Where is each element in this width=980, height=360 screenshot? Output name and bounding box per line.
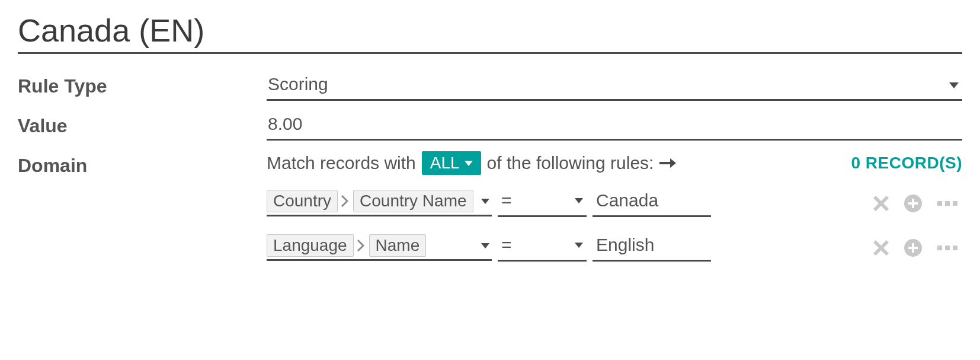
svg-rect-9 — [937, 246, 942, 250]
domain-rule-row: Language Name = — [267, 234, 962, 262]
ellipsis-icon — [937, 245, 957, 251]
value-label: Value — [18, 111, 267, 137]
rule-value-text: Canada — [596, 190, 658, 211]
ellipsis-icon — [937, 200, 957, 206]
rule-operator-value: = — [501, 190, 512, 211]
add-rule-button[interactable] — [904, 195, 922, 212]
rule-field-chip: Country — [267, 190, 338, 212]
chevron-right-icon — [341, 195, 350, 207]
svg-rect-11 — [953, 246, 957, 250]
rule-value-text: English — [596, 235, 654, 255]
domain-match-pre-text: Match records with — [267, 153, 416, 173]
rule-type-value: Scoring — [267, 72, 962, 99]
rule-operator-select[interactable]: = — [498, 189, 587, 217]
rule-field-chip: Country Name — [353, 190, 473, 212]
delete-rule-button[interactable] — [873, 196, 889, 211]
rule-value-select[interactable]: English — [593, 234, 711, 262]
rule-operator-value: = — [501, 235, 512, 255]
caret-down-icon — [465, 161, 473, 166]
caret-down-icon — [481, 196, 492, 206]
rule-operator-select[interactable]: = — [498, 234, 587, 262]
svg-rect-2 — [908, 202, 918, 205]
chevron-right-icon — [357, 240, 366, 251]
svg-rect-8 — [908, 247, 918, 249]
rule-field-chip: Language — [267, 234, 354, 257]
rule-field-select[interactable]: Country Country Name — [267, 190, 492, 216]
rule-field-select[interactable]: Language Name — [267, 234, 492, 261]
svg-rect-3 — [937, 201, 942, 206]
delete-rule-button[interactable] — [873, 240, 889, 256]
plus-circle-icon — [904, 195, 922, 212]
domain-label: Domain — [18, 151, 267, 177]
caret-down-icon — [949, 82, 959, 88]
domain-match-post-text: of the following rules: — [487, 153, 654, 173]
add-rule-button[interactable] — [904, 239, 922, 257]
rule-type-select[interactable]: Scoring — [267, 72, 962, 101]
close-icon — [873, 196, 889, 211]
rule-field-chip: Name — [369, 234, 427, 257]
more-rule-button[interactable] — [937, 200, 957, 206]
plus-circle-icon — [904, 239, 922, 257]
svg-rect-4 — [945, 201, 950, 206]
arrow-right-icon — [659, 156, 676, 170]
rule-value-select[interactable]: Canada — [593, 189, 711, 217]
rule-type-label: Rule Type — [18, 72, 267, 97]
match-mode-value: ALL — [430, 154, 460, 173]
value-input[interactable] — [267, 111, 962, 141]
caret-down-icon — [481, 240, 492, 251]
more-rule-button[interactable] — [937, 245, 957, 251]
match-mode-select[interactable]: ALL — [422, 151, 481, 175]
rule-name-input[interactable] — [18, 12, 962, 54]
caret-down-icon — [575, 195, 583, 206]
svg-rect-5 — [953, 201, 957, 206]
domain-rule-row: Country Country Name = — [267, 189, 962, 217]
records-count-link[interactable]: 0 RECORD(S) — [851, 154, 962, 173]
svg-rect-10 — [945, 246, 950, 250]
caret-down-icon — [575, 240, 583, 250]
close-icon — [873, 240, 889, 256]
